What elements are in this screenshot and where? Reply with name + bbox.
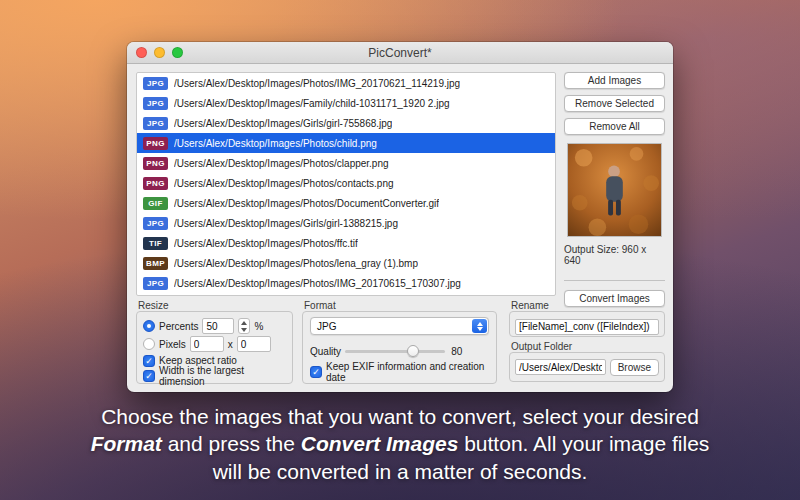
file-path: /Users/Alex/Desktop/Images/Family/child-… <box>174 98 450 109</box>
rename-group <box>509 311 665 337</box>
slider-track <box>345 350 445 353</box>
file-type-badge: PNG <box>143 157 168 170</box>
quality-label: Quality <box>310 346 341 357</box>
browse-button[interactable]: Browse <box>610 359 659 376</box>
output-folder-input[interactable] <box>515 359 606 375</box>
percents-input[interactable] <box>202 318 234 334</box>
output-folder-group: Browse <box>509 352 665 382</box>
file-row[interactable]: GIF/Users/Alex/Desktop/Images/Photos/Doc… <box>137 193 555 213</box>
percents-label: Percents <box>159 321 198 332</box>
file-row[interactable]: JPG/Users/Alex/Desktop/Images/Photos/IMG… <box>137 73 555 93</box>
file-row[interactable]: JPG/Users/Alex/Desktop/Images/Girls/girl… <box>137 113 555 133</box>
width-largest-checkbox[interactable] <box>143 370 155 382</box>
file-type-badge: JPG <box>143 97 168 110</box>
format-selected-value: JPG <box>317 321 336 332</box>
file-type-badge: JPG <box>143 77 168 90</box>
percent-symbol: % <box>254 321 263 332</box>
file-type-badge: PNG <box>143 177 168 190</box>
file-path: /Users/Alex/Desktop/Images/Photos/clappe… <box>174 158 389 169</box>
file-row[interactable]: BMP/Users/Alex/Desktop/Images/Photos/len… <box>137 253 555 273</box>
file-row[interactable]: PNG/Users/Alex/Desktop/Images/Photos/cla… <box>137 153 555 173</box>
file-type-badge: JPG <box>143 217 168 230</box>
window-title: PicConvert* <box>127 42 673 64</box>
output-size-label: Output Size: 960 x 640 <box>564 244 665 266</box>
caption: Choose the images that you want to conve… <box>0 403 800 485</box>
caption-line-3: will be converted in a matter of seconds… <box>0 458 800 485</box>
output-folder-group-label: Output Folder <box>511 341 572 352</box>
file-type-badge: JPG <box>143 277 168 290</box>
keep-aspect-checkbox[interactable] <box>143 355 155 367</box>
convert-images-button[interactable]: Convert Images <box>564 290 665 307</box>
caption-line-1: Choose the images that you want to conve… <box>0 403 800 430</box>
file-list[interactable]: JPG/Users/Alex/Desktop/Images/Photos/IMG… <box>136 72 556 296</box>
sidebar-divider <box>564 280 665 281</box>
percents-stepper[interactable] <box>238 318 250 334</box>
file-row[interactable]: TIF/Users/Alex/Desktop/Images/Photos/ffc… <box>137 233 555 253</box>
file-row[interactable]: PNG/Users/Alex/Desktop/Images/Photos/chi… <box>137 133 555 153</box>
keep-exif-label: Keep EXIF information and creation date <box>326 361 489 383</box>
file-type-badge: BMP <box>143 257 168 270</box>
titlebar[interactable]: PicConvert* <box>127 42 673 64</box>
rename-group-label: Rename <box>511 300 549 311</box>
file-path: /Users/Alex/Desktop/Images/Photos/Docume… <box>174 198 439 209</box>
resize-group-label: Resize <box>138 300 169 311</box>
preview-image <box>567 143 662 237</box>
file-path: /Users/Alex/Desktop/Images/Photos/contac… <box>174 178 394 189</box>
file-row[interactable]: PNG/Users/Alex/Desktop/Images/Photos/con… <box>137 173 555 193</box>
file-row[interactable]: JPG/Users/Alex/Desktop/Images/Family/chi… <box>137 93 555 113</box>
file-row[interactable]: JPG/Users/Alex/Desktop/Images/Photos/IMG… <box>137 273 555 293</box>
file-type-badge: GIF <box>143 197 168 210</box>
width-largest-label: Width is the largest dimension <box>159 365 286 387</box>
resize-group: Percents % Pixels x Keep aspect ratio Wi… <box>136 311 293 384</box>
keep-exif-checkbox[interactable] <box>310 366 322 378</box>
pixels-height-input[interactable] <box>237 336 271 352</box>
pixels-radio[interactable] <box>143 338 155 350</box>
file-row[interactable]: JPG/Users/Alex/Desktop/Images/Girls/girl… <box>137 213 555 233</box>
file-path: /Users/Alex/Desktop/Images/Photos/ffc.ti… <box>174 238 358 249</box>
rename-pattern-input[interactable] <box>515 319 659 335</box>
remove-selected-button[interactable]: Remove Selected <box>564 95 665 112</box>
add-images-button[interactable]: Add Images <box>564 72 665 89</box>
caption-line-2: Format and press the Convert Images butt… <box>0 430 800 457</box>
quality-value: 80 <box>451 346 462 357</box>
pixels-label: Pixels <box>159 339 186 350</box>
pixels-width-input[interactable] <box>190 336 224 352</box>
remove-all-button[interactable]: Remove All <box>564 118 665 135</box>
pixels-separator: x <box>228 339 233 350</box>
dropdown-arrows-icon <box>472 319 487 333</box>
percents-radio[interactable] <box>143 320 155 332</box>
right-panel: Add Images Remove Selected Remove All <box>564 72 665 313</box>
file-type-badge: PNG <box>143 137 168 150</box>
file-type-badge: TIF <box>143 237 168 250</box>
file-path: /Users/Alex/Desktop/Images/Photos/child.… <box>174 138 377 149</box>
picconvert-window: PicConvert* JPG/Users/Alex/Desktop/Image… <box>127 42 673 392</box>
quality-slider-knob[interactable] <box>407 345 419 357</box>
format-select[interactable]: JPG <box>310 317 489 335</box>
quality-slider[interactable] <box>345 344 445 358</box>
file-path: /Users/Alex/Desktop/Images/Girls/girl-13… <box>174 218 398 229</box>
file-path: /Users/Alex/Desktop/Images/Girls/girl-75… <box>174 118 392 129</box>
file-type-badge: JPG <box>143 117 168 130</box>
format-group: JPG Quality 80 Keep EXIF information and… <box>302 311 497 384</box>
format-group-label: Format <box>304 300 336 311</box>
file-path: /Users/Alex/Desktop/Images/Photos/lena_g… <box>174 258 418 269</box>
file-path: /Users/Alex/Desktop/Images/Photos/IMG_20… <box>174 78 460 89</box>
file-path: /Users/Alex/Desktop/Images/Photos/IMG_20… <box>174 278 461 289</box>
